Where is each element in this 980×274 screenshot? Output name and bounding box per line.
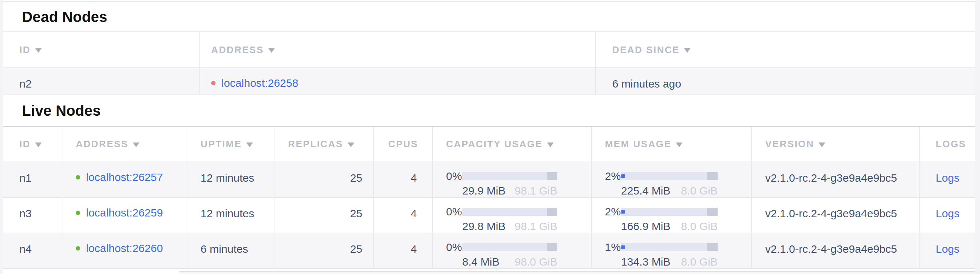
live-nodes-title: Live Nodes [22, 103, 101, 119]
mem-pct: 2% [605, 170, 621, 182]
mem-pct: 2% [605, 206, 621, 218]
node-logs-cell: Logs [920, 198, 975, 233]
capacity-used: 29.8 MiB [462, 221, 505, 232]
sort-desc-icon [348, 142, 354, 147]
node-version: v2.1.0-rc.2-4-g3e9a4e9bc5 [752, 233, 920, 268]
node-capacity-usage-cell: 0% 29.9 MiB 98.1 GiB [433, 162, 592, 197]
live-col-header-capacity-usage[interactable]: CAPACITY USAGE [433, 127, 592, 161]
dead-nodes-table: ID ADDRESS DEAD SINCE n2 localhost:26258… [3, 32, 975, 95]
sort-desc-icon [547, 142, 554, 147]
node-mem-usage-cell: 1% 134.3 MiB 8.0 GiB [592, 233, 752, 268]
capacity-bar [462, 172, 557, 180]
mem-total: 8.0 GiB [681, 256, 718, 268]
capacity-bar [462, 243, 557, 251]
sort-desc-icon [819, 142, 825, 147]
mem-used: 166.9 MiB [621, 221, 670, 232]
live-status-dot-icon [76, 210, 80, 215]
capacity-total: 98.1 GiB [514, 221, 557, 232]
sort-desc-icon [246, 142, 253, 147]
dead-node-address-link[interactable]: localhost:26258 [221, 77, 298, 89]
node-uptime: 12 minutes [187, 162, 274, 197]
sort-desc-icon [676, 142, 682, 147]
live-nodes-heading: Live Nodes [3, 95, 975, 126]
dead-node-id: n2 [3, 68, 200, 94]
live-nodes-table-header: ID ADDRESS UPTIME REPLICAS CPUS CAPACITY… [3, 126, 975, 162]
node-address-link[interactable]: localhost:26260 [86, 242, 163, 255]
node-cpus: 4 [374, 162, 433, 197]
dead-nodes-table-header: ID ADDRESS DEAD SINCE [3, 32, 975, 68]
dead-node-address-cell: localhost:26258 [200, 68, 596, 94]
node-address-cell: localhost:26257 [63, 162, 187, 197]
live-col-header-replicas[interactable]: REPLICAS [274, 127, 374, 161]
dead-node-dead-since: 6 minutes ago [596, 68, 975, 94]
node-logs-link[interactable]: Logs [936, 172, 959, 184]
node-capacity-usage-cell: 0% 29.8 MiB 98.1 GiB [433, 198, 592, 233]
dead-nodes-heading: Dead Nodes [3, 2, 975, 32]
node-cpus: 4 [374, 198, 433, 233]
capacity-pct: 0% [446, 206, 462, 218]
node-id: n1 [3, 162, 63, 197]
node-capacity-usage-cell: 0% 8.4 MiB 98.0 GiB [433, 233, 592, 268]
bottom-strip [3, 269, 975, 274]
sort-desc-icon [35, 48, 42, 53]
dead-col-header-address[interactable]: ADDRESS [200, 32, 596, 67]
mem-bar [621, 172, 718, 180]
sort-desc-icon [133, 142, 139, 147]
node-logs-link[interactable]: Logs [936, 243, 959, 255]
mem-used: 134.3 MiB [621, 256, 670, 268]
node-logs-cell: Logs [920, 162, 975, 197]
dead-nodes-title: Dead Nodes [22, 9, 107, 25]
live-col-header-cpus: CPUS [374, 127, 433, 161]
live-node-row: n3 localhost:26259 12 minutes 25 4 0% 29… [3, 198, 975, 233]
mem-bar [621, 243, 718, 251]
node-id: n4 [3, 233, 63, 268]
node-replicas: 25 [274, 198, 374, 233]
live-nodes-table: ID ADDRESS UPTIME REPLICAS CPUS CAPACITY… [3, 126, 975, 269]
dead-col-header-id[interactable]: ID [3, 32, 200, 67]
mem-total: 8.0 GiB [681, 221, 718, 232]
capacity-pct: 0% [446, 241, 462, 253]
node-uptime: 12 minutes [187, 198, 274, 233]
live-node-row: n1 localhost:26257 12 minutes 25 4 0% 29… [3, 162, 975, 198]
live-status-dot-icon [76, 246, 80, 250]
node-address-cell: localhost:26260 [63, 233, 187, 268]
capacity-bar [462, 208, 557, 216]
mem-bar [621, 208, 718, 216]
live-col-header-id[interactable]: ID [3, 127, 63, 161]
live-col-header-address[interactable]: ADDRESS [63, 127, 187, 161]
dead-node-row: n2 localhost:26258 6 minutes ago [3, 68, 975, 95]
nodes-overview-page: Dead Nodes ID ADDRESS DEAD SINCE n2 loca… [3, 0, 975, 274]
capacity-pct: 0% [446, 170, 462, 182]
node-cpus: 4 [374, 233, 433, 268]
node-mem-usage-cell: 2% 166.9 MiB 8.0 GiB [592, 198, 752, 233]
live-col-header-version[interactable]: VERSION [752, 127, 920, 161]
live-col-header-uptime[interactable]: UPTIME [187, 127, 274, 161]
live-col-header-mem-usage[interactable]: MEM USAGE [592, 127, 752, 161]
node-address-cell: localhost:26259 [63, 198, 187, 233]
mem-pct: 1% [605, 241, 621, 253]
node-logs-link[interactable]: Logs [936, 207, 959, 220]
dead-status-dot-icon [211, 81, 216, 85]
node-mem-usage-cell: 2% 225.4 MiB 8.0 GiB [592, 162, 752, 197]
node-version: v2.1.0-rc.2-4-g3e9a4e9bc5 [752, 162, 920, 197]
sort-desc-icon [35, 142, 42, 147]
node-uptime: 6 minutes [187, 233, 274, 268]
node-address-link[interactable]: localhost:26257 [86, 171, 163, 183]
live-node-row: n4 localhost:26260 6 minutes 25 4 0% 8.4… [3, 233, 975, 269]
capacity-used: 8.4 MiB [462, 256, 500, 268]
sort-desc-icon [684, 48, 690, 53]
next-section-edge [179, 271, 975, 274]
node-address-link[interactable]: localhost:26259 [86, 207, 163, 219]
sort-desc-icon [268, 48, 275, 53]
mem-used: 225.4 MiB [621, 185, 670, 196]
mem-total: 8.0 GiB [681, 185, 718, 196]
node-replicas: 25 [274, 233, 374, 268]
node-version: v2.1.0-rc.2-4-g3e9a4e9bc5 [752, 198, 920, 233]
node-logs-cell: Logs [920, 233, 975, 268]
capacity-total: 98.0 GiB [514, 256, 557, 268]
node-replicas: 25 [274, 162, 374, 197]
dead-col-header-dead-since[interactable]: DEAD SINCE [596, 32, 975, 67]
capacity-total: 98.1 GiB [514, 185, 557, 196]
live-status-dot-icon [76, 175, 80, 180]
capacity-used: 29.9 MiB [462, 185, 505, 196]
